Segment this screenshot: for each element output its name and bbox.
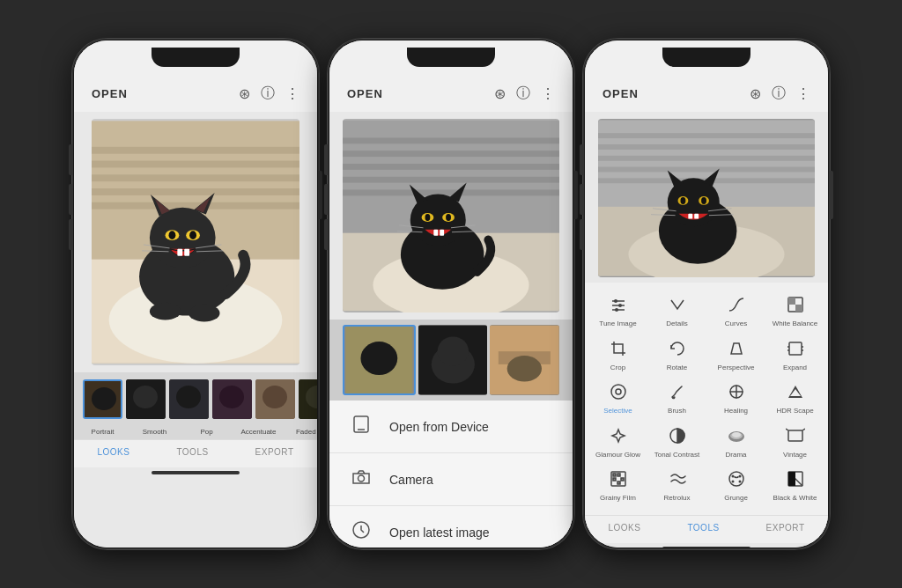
open-device-item[interactable]: Open from Device — [329, 401, 573, 453]
grainy-film-icon — [609, 469, 628, 491]
main-photo-2 — [343, 119, 559, 312]
svg-point-105 — [616, 389, 621, 394]
tool-grainy-film[interactable]: Grainy Film — [588, 464, 647, 508]
thumb-faded-glow[interactable] — [255, 379, 295, 419]
tab-looks-1[interactable]: LOOKS — [97, 447, 129, 457]
layers-icon-1[interactable]: ⊛ — [239, 85, 250, 102]
tool-retrolux[interactable]: Retrolux — [647, 464, 706, 508]
svg-rect-2 — [92, 161, 299, 168]
photo-strip — [329, 320, 573, 401]
svg-point-125 — [731, 481, 734, 483]
tool-crop[interactable]: Crop — [588, 334, 647, 378]
tool-details[interactable]: Details — [647, 290, 706, 334]
tool-expand[interactable]: Expand — [765, 334, 824, 378]
phone-3: OPEN ⊛ ⓘ ⋮ — [583, 39, 830, 549]
layers-icon-2[interactable]: ⊛ — [494, 85, 506, 102]
camera-label: Camera — [389, 473, 433, 487]
phone1-content: Portrait Smooth Pop Accentuate Faded Glo… — [74, 112, 317, 548]
info-icon-1[interactable]: ⓘ — [261, 85, 275, 103]
tab-tools-1[interactable]: TOOLS — [176, 447, 208, 457]
tune-image-label: Tune Image — [599, 320, 636, 328]
svg-point-17 — [189, 231, 196, 239]
open-label-3: OPEN — [603, 87, 639, 100]
thumb-pop[interactable] — [169, 379, 209, 419]
tool-selective[interactable]: Selective — [588, 377, 647, 421]
notch-1 — [152, 48, 240, 67]
tool-brush[interactable]: Brush — [647, 377, 706, 421]
latest-image-item[interactable]: Open latest image — [329, 506, 573, 548]
svg-rect-101 — [788, 298, 795, 305]
svg-point-53 — [446, 214, 451, 221]
more-icon-1[interactable]: ⋮ — [285, 85, 299, 102]
svg-rect-54 — [433, 230, 438, 236]
more-icon-2[interactable]: ⋮ — [541, 85, 555, 102]
svg-rect-42 — [343, 177, 559, 183]
svg-point-99 — [615, 308, 618, 312]
tools-grid: Tune Image Details — [585, 283, 828, 515]
svg-line-115 — [802, 429, 805, 430]
vintage-icon — [786, 426, 805, 448]
tool-perspective[interactable]: Perspective — [706, 334, 765, 378]
expand-icon — [786, 339, 805, 361]
tool-drama[interactable]: Drama — [706, 421, 765, 465]
tab-looks-3[interactable]: LOOKS — [608, 523, 640, 533]
phone2-content: Open from Device Camera — [329, 112, 573, 548]
tool-vintage[interactable]: Vintage — [765, 421, 824, 465]
tool-tune-image[interactable]: Tune Image — [588, 290, 647, 334]
grunge-icon — [727, 469, 746, 491]
svg-rect-55 — [440, 230, 444, 236]
info-icon-2[interactable]: ⓘ — [516, 85, 530, 103]
tool-healing[interactable]: Healing — [706, 377, 765, 421]
tool-rotate[interactable]: Rotate — [647, 334, 706, 378]
svg-rect-4 — [92, 188, 299, 195]
svg-point-9 — [150, 208, 216, 268]
strip-thumb-1[interactable] — [343, 325, 416, 395]
details-icon — [668, 295, 687, 317]
thumb-accentuate[interactable] — [212, 379, 252, 419]
layers-icon-3[interactable]: ⊛ — [750, 85, 761, 102]
tab-tools-3[interactable]: TOOLS — [687, 523, 719, 533]
tool-black-white[interactable]: Black & White — [765, 464, 824, 508]
strip-thumb-2[interactable] — [418, 325, 488, 395]
tab-export-1[interactable]: EXPORT — [255, 447, 294, 457]
tool-grunge[interactable]: Grunge — [706, 464, 765, 508]
device-icon — [351, 415, 372, 438]
notch-3 — [662, 48, 750, 67]
healing-label: Healing — [724, 407, 748, 415]
phones-container: OPEN ⊛ ⓘ ⋮ — [55, 21, 847, 567]
thumb-smooth[interactable] — [126, 379, 166, 419]
black-white-label: Black & White — [773, 494, 817, 503]
tool-white-balance[interactable]: White Balance — [765, 290, 824, 334]
rotate-label: Rotate — [667, 364, 688, 372]
perspective-icon — [727, 339, 746, 361]
svg-point-33 — [219, 386, 244, 408]
selective-icon — [609, 382, 628, 404]
camera-item[interactable]: Camera — [329, 453, 573, 506]
look-accentuate: Accentuate — [239, 428, 278, 436]
svg-point-27 — [92, 387, 116, 410]
tool-glamour-glow[interactable]: Glamour Glow — [588, 421, 647, 465]
top-bar-icons-1: ⊛ ⓘ ⋮ — [239, 85, 299, 103]
thumb-m[interactable] — [299, 379, 317, 419]
svg-rect-19 — [184, 249, 189, 256]
strip-thumb-3[interactable] — [490, 325, 559, 395]
tonal-contrast-label: Tonal Contrast — [654, 451, 700, 459]
tool-curves[interactable]: Curves — [706, 290, 765, 334]
tool-tonal-contrast[interactable]: Tonal Contrast — [647, 421, 706, 465]
tab-export-3[interactable]: EXPORT — [766, 523, 805, 533]
svg-rect-5 — [92, 202, 299, 209]
svg-rect-89 — [694, 214, 699, 219]
look-pop: Pop — [187, 428, 226, 436]
svg-rect-120 — [621, 478, 624, 481]
open-device-label: Open from Device — [389, 420, 489, 434]
looks-thumbnails — [74, 372, 317, 426]
more-icon-3[interactable]: ⋮ — [796, 85, 810, 102]
bottom-tabs-1: LOOKS TOOLS EXPORT — [74, 439, 317, 467]
tool-hdr-scape[interactable]: HDR Scape — [765, 377, 824, 421]
hdr-scape-label: HDR Scape — [776, 407, 813, 415]
look-smooth: Smooth — [135, 428, 174, 436]
info-icon-3[interactable]: ⓘ — [772, 85, 786, 103]
top-bar-icons-3: ⊛ ⓘ ⋮ — [750, 85, 810, 103]
svg-point-122 — [729, 472, 743, 486]
thumb-portrait[interactable] — [83, 379, 122, 419]
